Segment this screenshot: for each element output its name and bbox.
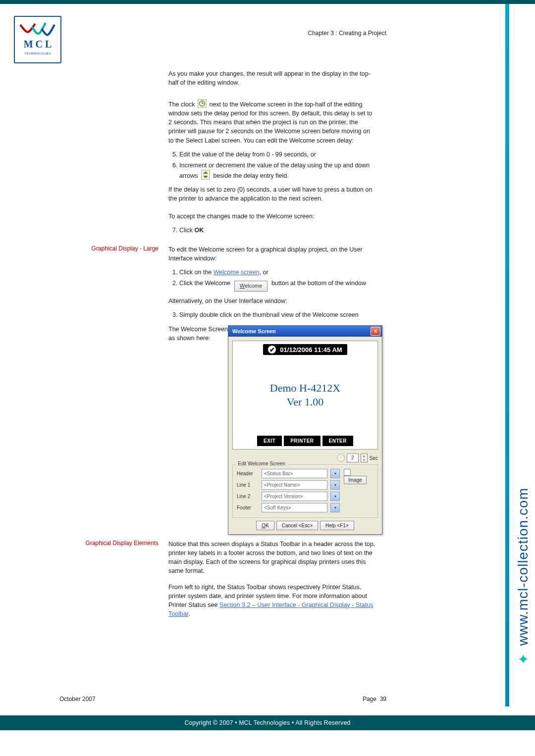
dropdown-icon[interactable]: ▾	[330, 480, 340, 490]
dialog-buttons: OK Cancel <Esc> Help <F1>	[232, 521, 378, 530]
step-6: Increment or decrement the value of the …	[179, 161, 376, 180]
delay-value[interactable]: 2	[347, 454, 359, 462]
dropdown-icon[interactable]: ▾	[330, 492, 340, 501]
edit-label: Footer	[237, 505, 259, 510]
side-url-text: www.mcl-collection.com	[515, 488, 531, 646]
alt-steps: Simply double click on the thumbnail vie…	[168, 310, 376, 319]
welcome-screen-link[interactable]: Welcome screen	[214, 269, 260, 276]
body-graphical-elements: Notice that this screen displays a Statu…	[168, 540, 376, 623]
edit-group-legend: Edit Welcome Screen	[236, 461, 287, 466]
dropdown-icon[interactable]: ▾	[330, 469, 340, 478]
preview-line-2: Ver 1.00	[287, 396, 324, 408]
accept-steps: Click OK	[168, 226, 376, 235]
side-label-graphical-large: Graphical Display - Large	[84, 245, 159, 252]
step-5: Edit the value of the delay from 0 - 99 …	[179, 150, 376, 159]
edit-label: Line 2	[237, 494, 259, 499]
para-changes: As you make your changes, the result wil…	[168, 69, 376, 87]
help-button[interactable]: Help <F1>	[320, 521, 354, 530]
ok-button[interactable]: OK	[256, 521, 274, 530]
step-2: Click the Welcome Welcome button at the …	[179, 279, 376, 292]
spinner-icon	[201, 170, 210, 180]
para-notice: Notice that this screen displays a Statu…	[168, 540, 376, 576]
edit-row-line-1: Line 1<Project Name>▾	[237, 480, 340, 490]
side-label-graphical-elements: Graphical Display Elements	[84, 540, 159, 547]
delay-spinner[interactable]: ▲▼	[361, 454, 368, 462]
welcome-screen-dialog: Welcome Screen × ✔ 01/12/2006 11:45 AM D…	[228, 325, 382, 535]
edit-row-footer: Footer<Soft Keys>▾	[237, 503, 340, 512]
edit-value[interactable]: <Project Version>	[262, 492, 327, 501]
body-top: As you make your changes, the result wil…	[168, 69, 376, 92]
welcome-button[interactable]: Welcome	[234, 281, 268, 292]
edit-welcome-group: Edit Welcome Screen Header<Status Bar>▾L…	[232, 464, 378, 518]
edit-value[interactable]: <Project Name>	[262, 480, 327, 490]
image-column: Image	[344, 469, 374, 514]
top-stripe	[0, 0, 535, 4]
delay-clock-icon	[337, 454, 345, 462]
dropdown-icon[interactable]: ▾	[330, 503, 340, 512]
para-clock: The clock next to the Welcome screen in …	[168, 99, 376, 145]
welcome-preview: ✔ 01/12/2006 11:45 AM Demo H-4212X Ver 1…	[232, 341, 378, 450]
svg-text:M C L: M C L	[24, 39, 52, 50]
delay-unit: Sec	[370, 455, 378, 461]
close-button[interactable]: ×	[371, 327, 380, 336]
edit-label: Header	[237, 471, 259, 476]
delay-steps: Edit the value of the delay from 0 - 99 …	[168, 150, 376, 180]
step-1: Click on the Welcome screen, or	[179, 268, 376, 277]
dialog-title: Welcome Screen	[232, 328, 276, 334]
logo: M C L TECHNOLOGIES	[14, 16, 61, 63]
edit-row-header: Header<Status Bar>▾	[237, 469, 340, 478]
side-url: ✦ www.mcl-collection.com	[515, 488, 531, 667]
copyright-text: Copyright © 2007 • MCL Technologies • Al…	[184, 719, 350, 726]
step-7: Click OK	[179, 226, 376, 235]
edit-label: Line 1	[237, 482, 259, 488]
para-accept: To accept the changes made to the Welcom…	[168, 212, 376, 221]
clock-icon	[198, 99, 207, 108]
footer-page: Page 39	[363, 696, 386, 703]
para-alt: Alternatively, on the User Interface win…	[168, 297, 376, 305]
para-edit-welcome: To edit the Welcome screen for a graphic…	[168, 245, 376, 263]
para-zero-delay: If the delay is set to zero (0) seconds,…	[168, 185, 376, 203]
para-status-toolbar: From left to right, the Status Toolbar s…	[168, 583, 376, 619]
edit-value[interactable]: <Soft Keys>	[262, 503, 327, 512]
edit-fields: Header<Status Bar>▾Line 1<Project Name>▾…	[237, 469, 340, 514]
chapter-title: Chapter 3 : Creating a Project	[308, 30, 386, 37]
preview-line-1: Demo H-4212X	[270, 382, 340, 395]
edit-steps: Click on the Welcome screen, or Click th…	[168, 268, 376, 292]
dialog-titlebar: Welcome Screen ×	[228, 326, 382, 337]
edit-value[interactable]: <Status Bar>	[262, 469, 327, 478]
image-checkbox[interactable]	[344, 469, 351, 476]
body-clock: The clock next to the Welcome screen in …	[168, 99, 376, 240]
copyright-bar: Copyright © 2007 • MCL Technologies • Al…	[0, 715, 535, 730]
side-stripe	[505, 4, 509, 706]
svg-text:TECHNOLOGIES: TECHNOLOGIES	[24, 51, 51, 55]
footer-date: October 2007	[59, 696, 96, 703]
step-3: Simply double click on the thumbnail vie…	[179, 310, 376, 319]
edit-row-line-2: Line 2<Project Version>▾	[237, 492, 340, 501]
preview-center: Demo H-4212X Ver 1.00	[233, 341, 377, 449]
page-footer: October 2007 Page 39	[59, 696, 386, 703]
image-button[interactable]: Image	[344, 476, 367, 484]
cancel-button[interactable]: Cancel <Esc>	[276, 521, 318, 530]
